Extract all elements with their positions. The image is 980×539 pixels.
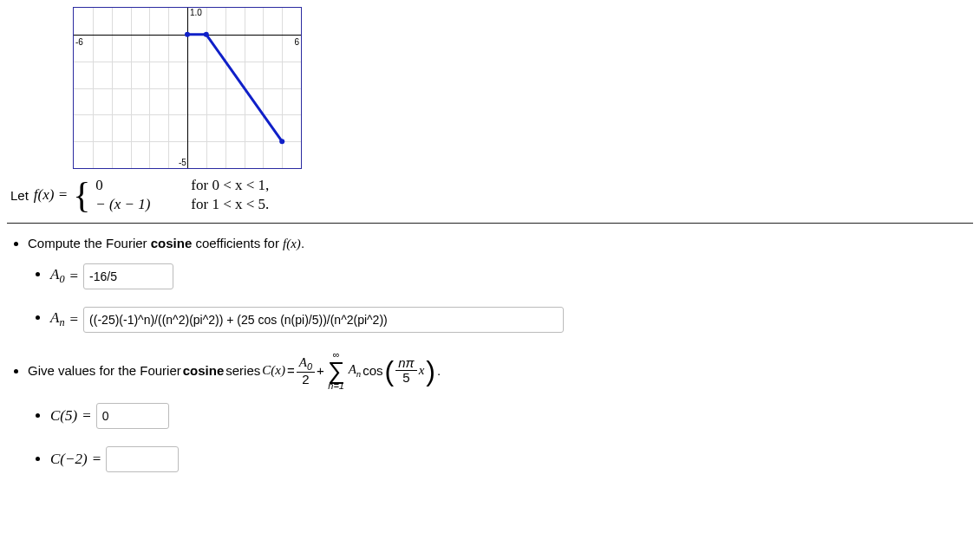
svg-point-0 xyxy=(185,32,190,37)
c5-eq: = xyxy=(82,407,91,425)
an-input[interactable] xyxy=(83,307,564,333)
svg-point-1 xyxy=(204,32,209,37)
sigma-icon: ∞ ∑ n=1 xyxy=(328,350,345,391)
c5-input[interactable] xyxy=(96,403,169,429)
q2-text-c: series xyxy=(225,363,260,378)
x-var: x xyxy=(419,363,425,378)
a0-input[interactable] xyxy=(83,263,173,289)
question-1: Compute the Fourier cosine coefficients … xyxy=(28,236,973,333)
let-label: Let xyxy=(10,188,29,203)
c5-label: C(5) xyxy=(50,407,77,425)
q2-text-b: cosine xyxy=(183,363,225,378)
an-A: A xyxy=(50,309,59,326)
an-sub: n xyxy=(59,317,64,329)
case2-value: − (x − 1) xyxy=(95,196,165,213)
plus: + xyxy=(317,363,324,378)
question-2: Give values for the Fourier cosine serie… xyxy=(28,350,973,472)
cminus2-input[interactable] xyxy=(106,446,179,472)
function-definition: Let f(x) = { 0 for 0 < x < 1, − (x − 1) … xyxy=(10,176,973,214)
cx-label: C(x) xyxy=(262,363,285,378)
a0-eq: = xyxy=(70,268,79,285)
q1-text-c: coefficients for xyxy=(192,236,283,250)
plot-line xyxy=(74,8,301,168)
a0-over-2: A0 2 xyxy=(297,355,315,386)
an-eq: = xyxy=(70,311,79,328)
q1-text-a: Compute the Fourier xyxy=(28,236,151,250)
case1-value: 0 xyxy=(95,177,165,194)
divider xyxy=(7,223,973,224)
a0-sub: 0 xyxy=(59,274,64,286)
npi-over-5: nπ 5 xyxy=(395,356,416,385)
q1-fx: f(x) xyxy=(283,237,301,250)
svg-point-2 xyxy=(279,139,284,144)
q1-text-b: cosine xyxy=(151,236,193,250)
case2-condition: for 1 < x < 5. xyxy=(191,196,269,213)
cx-eq: = xyxy=(287,363,295,378)
q2-text-a: Give values for the Fourier xyxy=(28,363,181,378)
case1-condition: for 0 < x < 1, xyxy=(191,177,269,194)
cos-label: cos xyxy=(363,363,382,378)
period: . xyxy=(437,363,441,378)
fx-label: f(x) = xyxy=(34,186,68,204)
cminus2-eq: = xyxy=(93,451,101,468)
a0-A: A xyxy=(50,266,59,282)
function-graph: -6 6 1.0 -5 xyxy=(73,7,302,169)
cminus2-label: C(−2) xyxy=(50,451,88,468)
